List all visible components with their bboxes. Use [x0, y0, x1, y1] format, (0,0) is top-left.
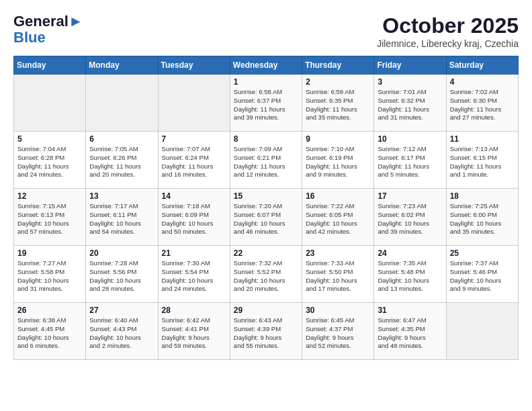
day-info: Sunrise: 7:22 AM Sunset: 6:05 PM Dayligh… [306, 202, 370, 236]
day-info: Sunrise: 7:04 AM Sunset: 6:28 PM Dayligh… [17, 145, 82, 179]
day-cell: 23Sunrise: 7:33 AM Sunset: 5:50 PM Dayli… [302, 246, 374, 303]
day-info: Sunrise: 7:32 AM Sunset: 5:52 PM Dayligh… [234, 259, 298, 293]
day-number: 15 [234, 191, 298, 201]
day-info: Sunrise: 6:38 AM Sunset: 4:45 PM Dayligh… [17, 316, 82, 351]
page-header: General► Blue October 2025 Jilemnice, Li… [13, 13, 519, 49]
day-number: 20 [89, 248, 154, 258]
day-info: Sunrise: 7:30 AM Sunset: 5:54 PM Dayligh… [162, 259, 226, 293]
day-number: 14 [162, 191, 226, 201]
day-cell: 16Sunrise: 7:22 AM Sunset: 6:05 PM Dayli… [302, 189, 374, 246]
weekday-header-thursday: Thursday [302, 56, 374, 75]
day-info: Sunrise: 6:58 AM Sunset: 6:37 PM Dayligh… [234, 88, 298, 122]
day-number: 31 [378, 306, 442, 315]
day-cell: 28Sunrise: 6:42 AM Sunset: 4:41 PM Dayli… [158, 303, 230, 360]
day-info: Sunrise: 7:28 AM Sunset: 5:56 PM Dayligh… [89, 259, 154, 293]
day-number: 30 [306, 306, 370, 315]
day-info: Sunrise: 7:01 AM Sunset: 6:32 PM Dayligh… [378, 88, 442, 122]
day-cell: 4Sunrise: 7:02 AM Sunset: 6:30 PM Daylig… [446, 75, 518, 132]
weekday-header-sunday: Sunday [14, 56, 86, 75]
day-cell: 24Sunrise: 7:35 AM Sunset: 5:48 PM Dayli… [374, 246, 446, 303]
day-info: Sunrise: 6:43 AM Sunset: 4:39 PM Dayligh… [234, 316, 298, 351]
day-cell: 1Sunrise: 6:58 AM Sunset: 6:37 PM Daylig… [230, 75, 302, 132]
day-cell: 18Sunrise: 7:25 AM Sunset: 6:00 PM Dayli… [446, 189, 518, 246]
day-number: 18 [450, 191, 515, 201]
day-info: Sunrise: 7:35 AM Sunset: 5:48 PM Dayligh… [378, 259, 442, 293]
day-info: Sunrise: 7:33 AM Sunset: 5:50 PM Dayligh… [306, 259, 370, 293]
day-cell: 25Sunrise: 7:37 AM Sunset: 5:46 PM Dayli… [446, 246, 518, 303]
day-info: Sunrise: 6:47 AM Sunset: 4:35 PM Dayligh… [378, 316, 442, 351]
day-number: 16 [306, 191, 370, 201]
location-subtitle: Jilemnice, Liberecky kraj, Czechia [377, 38, 519, 49]
day-info: Sunrise: 6:42 AM Sunset: 4:41 PM Dayligh… [162, 316, 226, 351]
day-cell: 7Sunrise: 7:07 AM Sunset: 6:24 PM Daylig… [158, 132, 230, 189]
week-row-4: 19Sunrise: 7:27 AM Sunset: 5:58 PM Dayli… [14, 246, 519, 303]
day-number: 21 [162, 248, 226, 258]
day-info: Sunrise: 7:27 AM Sunset: 5:58 PM Dayligh… [17, 259, 82, 293]
day-cell: 31Sunrise: 6:47 AM Sunset: 4:35 PM Dayli… [374, 303, 446, 360]
day-cell: 30Sunrise: 6:45 AM Sunset: 4:37 PM Dayli… [302, 303, 374, 360]
day-cell [158, 75, 230, 132]
day-cell: 3Sunrise: 7:01 AM Sunset: 6:32 PM Daylig… [374, 75, 446, 132]
day-cell: 19Sunrise: 7:27 AM Sunset: 5:58 PM Dayli… [14, 246, 86, 303]
day-number: 7 [162, 134, 226, 144]
calendar-table: SundayMondayTuesdayWednesdayThursdayFrid… [13, 56, 519, 360]
day-cell: 17Sunrise: 7:23 AM Sunset: 6:02 PM Dayli… [374, 189, 446, 246]
day-cell: 10Sunrise: 7:12 AM Sunset: 6:17 PM Dayli… [374, 132, 446, 189]
day-info: Sunrise: 7:20 AM Sunset: 6:07 PM Dayligh… [234, 202, 298, 236]
day-info: Sunrise: 6:59 AM Sunset: 6:35 PM Dayligh… [306, 88, 370, 122]
month-title: October 2025 [377, 13, 519, 38]
day-cell: 2Sunrise: 6:59 AM Sunset: 6:35 PM Daylig… [302, 75, 374, 132]
day-number: 3 [378, 77, 442, 87]
day-info: Sunrise: 7:25 AM Sunset: 6:00 PM Dayligh… [450, 202, 515, 236]
day-number: 1 [234, 77, 298, 87]
day-info: Sunrise: 7:37 AM Sunset: 5:46 PM Dayligh… [450, 259, 515, 293]
day-number: 23 [306, 248, 370, 258]
day-cell: 27Sunrise: 6:40 AM Sunset: 4:43 PM Dayli… [86, 303, 158, 360]
day-number: 8 [234, 134, 298, 144]
day-cell: 12Sunrise: 7:15 AM Sunset: 6:13 PM Dayli… [14, 189, 86, 246]
day-info: Sunrise: 7:10 AM Sunset: 6:19 PM Dayligh… [306, 145, 370, 179]
weekday-header-monday: Monday [86, 56, 158, 75]
day-cell: 20Sunrise: 7:28 AM Sunset: 5:56 PM Dayli… [86, 246, 158, 303]
day-info: Sunrise: 7:15 AM Sunset: 6:13 PM Dayligh… [17, 202, 82, 236]
day-info: Sunrise: 7:12 AM Sunset: 6:17 PM Dayligh… [378, 145, 442, 179]
day-cell: 6Sunrise: 7:05 AM Sunset: 6:26 PM Daylig… [86, 132, 158, 189]
day-number: 25 [450, 248, 515, 258]
day-cell: 9Sunrise: 7:10 AM Sunset: 6:19 PM Daylig… [302, 132, 374, 189]
day-number: 11 [450, 134, 515, 144]
day-cell: 8Sunrise: 7:09 AM Sunset: 6:21 PM Daylig… [230, 132, 302, 189]
day-number: 24 [378, 248, 442, 258]
day-cell [86, 75, 158, 132]
day-info: Sunrise: 7:18 AM Sunset: 6:09 PM Dayligh… [162, 202, 226, 236]
day-cell [14, 75, 86, 132]
weekday-header-friday: Friday [374, 56, 446, 75]
day-cell: 21Sunrise: 7:30 AM Sunset: 5:54 PM Dayli… [158, 246, 230, 303]
week-row-3: 12Sunrise: 7:15 AM Sunset: 6:13 PM Dayli… [14, 189, 519, 246]
day-cell: 11Sunrise: 7:13 AM Sunset: 6:15 PM Dayli… [446, 132, 518, 189]
logo-text: General► Blue [13, 13, 83, 46]
weekday-header-wednesday: Wednesday [230, 56, 302, 75]
day-info: Sunrise: 7:05 AM Sunset: 6:26 PM Dayligh… [89, 145, 154, 179]
day-number: 12 [17, 191, 82, 201]
weekday-header-tuesday: Tuesday [158, 56, 230, 75]
day-cell: 14Sunrise: 7:18 AM Sunset: 6:09 PM Dayli… [158, 189, 230, 246]
day-number: 19 [17, 248, 82, 258]
day-number: 22 [234, 248, 298, 258]
day-info: Sunrise: 7:13 AM Sunset: 6:15 PM Dayligh… [450, 145, 515, 179]
day-number: 29 [234, 306, 298, 315]
day-number: 27 [89, 306, 154, 315]
day-cell [446, 303, 518, 360]
week-row-1: 1Sunrise: 6:58 AM Sunset: 6:37 PM Daylig… [14, 75, 519, 132]
day-cell: 13Sunrise: 7:17 AM Sunset: 6:11 PM Dayli… [86, 189, 158, 246]
day-number: 10 [378, 134, 442, 144]
day-number: 26 [17, 306, 82, 315]
day-info: Sunrise: 7:17 AM Sunset: 6:11 PM Dayligh… [89, 202, 154, 236]
week-row-2: 5Sunrise: 7:04 AM Sunset: 6:28 PM Daylig… [14, 132, 519, 189]
week-row-5: 26Sunrise: 6:38 AM Sunset: 4:45 PM Dayli… [14, 303, 519, 360]
day-number: 6 [89, 134, 154, 144]
title-block: October 2025 Jilemnice, Liberecky kraj, … [377, 13, 519, 49]
day-number: 17 [378, 191, 442, 201]
day-number: 9 [306, 134, 370, 144]
day-cell: 22Sunrise: 7:32 AM Sunset: 5:52 PM Dayli… [230, 246, 302, 303]
day-info: Sunrise: 6:45 AM Sunset: 4:37 PM Dayligh… [306, 316, 370, 351]
